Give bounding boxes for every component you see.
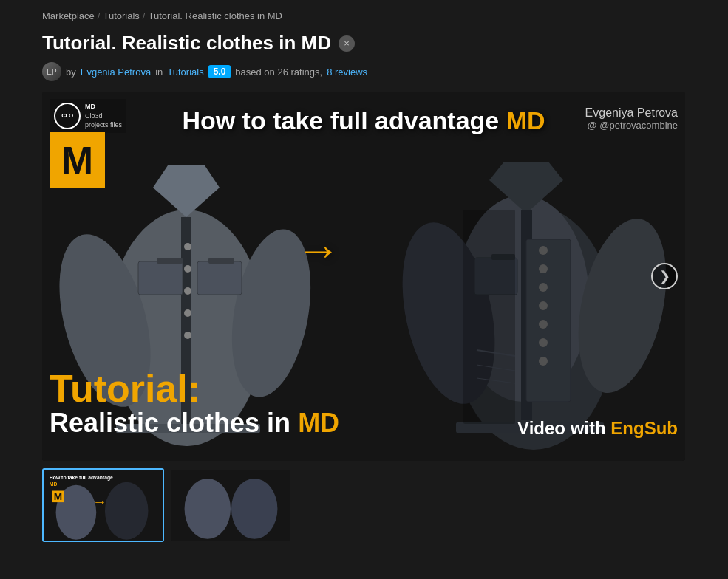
thumbnail-1[interactable]: How to take full advantage MD → M <box>42 468 164 542</box>
arrow-overlay: → <box>296 225 341 275</box>
svg-point-31 <box>539 301 548 310</box>
svg-point-46 <box>185 479 231 539</box>
svg-text:MD: MD <box>50 482 58 487</box>
svg-point-29 <box>539 264 548 273</box>
meta-row: EP by Evgenia Petrova in Tutorials 5.0 b… <box>42 62 686 81</box>
category-link[interactable]: Tutorials <box>167 66 203 78</box>
svg-point-32 <box>539 320 548 329</box>
top-right-author: Evgeniya Petrova @ @petrovacombine <box>585 106 678 131</box>
breadcrumb-marketplace[interactable]: Marketplace <box>42 10 95 21</box>
svg-rect-27 <box>526 239 571 402</box>
svg-point-14 <box>184 332 191 339</box>
svg-point-13 <box>184 309 191 317</box>
main-image-container: CLO MD Clo3d projects files M How to tak… <box>42 92 685 461</box>
bottom-left-text: Tutorial: Realistic clothes in MD <box>50 369 339 439</box>
svg-text:How to take full advantage: How to take full advantage <box>50 475 113 481</box>
svg-point-30 <box>539 283 548 292</box>
svg-text:→: → <box>92 493 106 510</box>
svg-text:M: M <box>54 491 62 502</box>
thumbnail-2[interactable] <box>170 468 292 542</box>
svg-rect-8 <box>197 261 242 295</box>
video-text: Video with EngSub <box>517 418 678 439</box>
based-on-text: based on 26 ratings, <box>235 66 322 78</box>
tutorial-label: Tutorial: <box>50 369 339 408</box>
svg-rect-9 <box>208 258 234 264</box>
breadcrumb-sep-2: / <box>143 10 146 21</box>
svg-point-34 <box>539 357 548 366</box>
subtitle-line: Realistic clothes in MD <box>50 408 339 439</box>
in-label: in <box>155 66 163 78</box>
rating-badge: 5.0 <box>208 65 231 78</box>
breadcrumb-current[interactable]: Tutorial. Realistic clothes in MD <box>148 10 282 21</box>
main-headline: How to take full advantage MD <box>182 106 545 135</box>
breadcrumb-tutorials[interactable]: Tutorials <box>103 10 139 21</box>
main-image-bg: CLO MD Clo3d projects files M How to tak… <box>42 92 685 461</box>
breadcrumb-sep-1: / <box>98 10 101 21</box>
thumbnails-row: How to take full advantage MD → M <box>42 468 686 542</box>
thumb-bg-1: How to take full advantage MD → M <box>44 470 163 541</box>
clo-circle: CLO <box>54 103 81 129</box>
thumb-bg-2 <box>171 470 290 541</box>
clo-text: MD Clo3d projects files <box>85 102 122 130</box>
close-button[interactable]: × <box>339 35 355 52</box>
svg-rect-6 <box>138 261 183 295</box>
bottom-right-text: Video with EngSub <box>517 418 678 439</box>
next-button[interactable]: ❯ <box>651 263 678 290</box>
by-label: by <box>66 66 76 78</box>
svg-point-39 <box>105 482 149 540</box>
avatar: EP <box>42 62 61 81</box>
svg-point-11 <box>184 265 191 273</box>
svg-rect-7 <box>157 258 183 264</box>
title-row: Tutorial. Realistic clothes in MD × <box>42 32 686 55</box>
author-instagram: @ @petrovacombine <box>585 120 678 131</box>
svg-point-47 <box>231 479 277 539</box>
m-badge: M <box>50 132 105 188</box>
svg-rect-36 <box>463 210 515 424</box>
breadcrumb: Marketplace / Tutorials / Tutorial. Real… <box>42 10 686 21</box>
svg-point-33 <box>539 338 548 347</box>
svg-point-12 <box>184 287 191 295</box>
author-link[interactable]: Evgenia Petrova <box>81 66 151 78</box>
page-title: Tutorial. Realistic clothes in MD <box>42 32 331 55</box>
center-overlay: How to take full advantage MD <box>182 106 545 135</box>
clo-logo-area: CLO MD Clo3d projects files <box>50 99 126 133</box>
svg-point-10 <box>184 243 191 250</box>
author-name-overlay: Evgeniya Petrova <box>585 106 678 120</box>
svg-point-28 <box>539 246 548 255</box>
reviews-link[interactable]: 8 reviews <box>327 66 367 78</box>
